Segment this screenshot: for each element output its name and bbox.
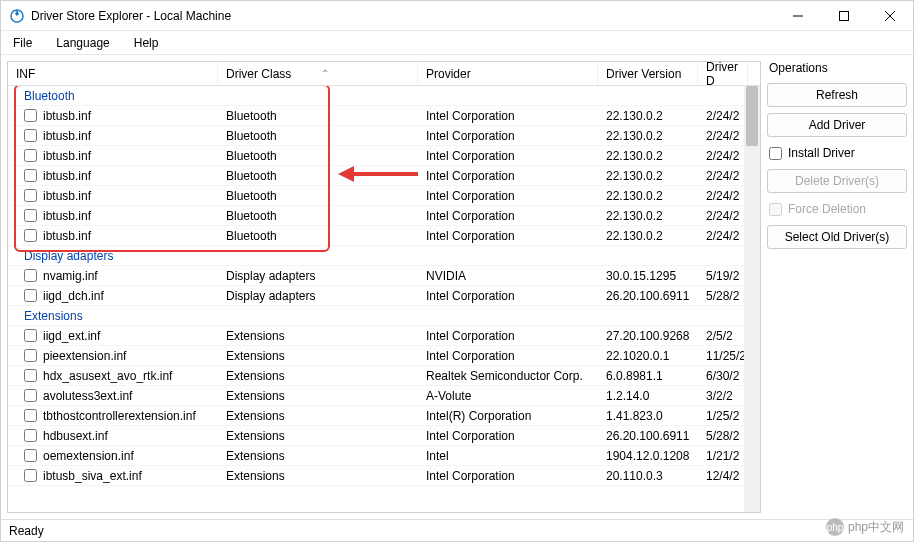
maximize-button[interactable] — [821, 1, 867, 30]
cell-date: 1/21/2 — [698, 449, 748, 463]
app-icon — [9, 8, 25, 24]
table-row[interactable]: ibtusb.infBluetoothIntel Corporation22.1… — [8, 126, 760, 146]
cell-inf: ibtusb.inf — [43, 229, 91, 243]
cell-version: 27.20.100.9268 — [598, 329, 698, 343]
scroll-thumb[interactable] — [746, 86, 758, 146]
cell-class: Extensions — [218, 349, 418, 363]
cell-inf: iigd_dch.inf — [43, 289, 104, 303]
delete-drivers-button[interactable]: Delete Driver(s) — [767, 169, 907, 193]
cell-inf: oemextension.inf — [43, 449, 134, 463]
cell-provider: Intel Corporation — [418, 129, 598, 143]
row-checkbox[interactable] — [24, 349, 37, 362]
cell-class: Display adapters — [218, 289, 418, 303]
row-checkbox[interactable] — [24, 329, 37, 342]
cell-provider: Intel Corporation — [418, 349, 598, 363]
column-inf[interactable]: INF — [8, 62, 218, 85]
row-checkbox[interactable] — [24, 229, 37, 242]
row-checkbox[interactable] — [24, 189, 37, 202]
row-checkbox[interactable] — [24, 149, 37, 162]
row-checkbox[interactable] — [24, 429, 37, 442]
cell-provider: A-Volute — [418, 389, 598, 403]
statusbar: Ready — [1, 519, 913, 541]
table-row[interactable]: tbthostcontrollerextension.infExtensions… — [8, 406, 760, 426]
install-driver-checkbox[interactable]: Install Driver — [767, 143, 907, 163]
cell-inf: pieextension.inf — [43, 349, 126, 363]
cell-provider: Intel Corporation — [418, 289, 598, 303]
cell-date: 2/24/2 — [698, 169, 748, 183]
row-checkbox[interactable] — [24, 209, 37, 222]
table-row[interactable]: ibtusb_siva_ext.infExtensionsIntel Corpo… — [8, 466, 760, 486]
cell-inf: hdx_asusext_avo_rtk.inf — [43, 369, 172, 383]
cell-version: 26.20.100.6911 — [598, 429, 698, 443]
column-driver-class[interactable]: Driver Class — [218, 62, 418, 85]
group-row[interactable]: Display adapters — [8, 246, 760, 266]
cell-version: 22.130.0.2 — [598, 229, 698, 243]
cell-class: Bluetooth — [218, 229, 418, 243]
row-checkbox[interactable] — [24, 409, 37, 422]
table-row[interactable]: avolutess3ext.infExtensionsA-Volute1.2.1… — [8, 386, 760, 406]
row-checkbox[interactable] — [24, 169, 37, 182]
cell-class: Extensions — [218, 449, 418, 463]
column-provider[interactable]: Provider — [418, 62, 598, 85]
table-row[interactable]: hdx_asusext_avo_rtk.infExtensionsRealtek… — [8, 366, 760, 386]
install-driver-check-input[interactable] — [769, 147, 782, 160]
cell-date: 2/24/2 — [698, 109, 748, 123]
table-row[interactable]: nvamig.infDisplay adaptersNVIDIA30.0.15.… — [8, 266, 760, 286]
add-driver-button[interactable]: Add Driver — [767, 113, 907, 137]
group-row[interactable]: Bluetooth — [8, 86, 760, 106]
menu-file[interactable]: File — [9, 34, 36, 52]
table-row[interactable]: ibtusb.infBluetoothIntel Corporation22.1… — [8, 106, 760, 126]
table-row[interactable]: ibtusb.infBluetoothIntel Corporation22.1… — [8, 226, 760, 246]
cell-inf: hdbusext.inf — [43, 429, 108, 443]
cell-inf: ibtusb.inf — [43, 149, 91, 163]
cell-date: 11/25/2 — [698, 349, 748, 363]
row-checkbox[interactable] — [24, 389, 37, 402]
vertical-scrollbar[interactable] — [744, 86, 760, 512]
minimize-button[interactable] — [775, 1, 821, 30]
table-row[interactable]: ibtusb.infBluetoothIntel Corporation22.1… — [8, 146, 760, 166]
table-row[interactable]: iigd_ext.infExtensionsIntel Corporation2… — [8, 326, 760, 346]
row-checkbox[interactable] — [24, 109, 37, 122]
row-checkbox[interactable] — [24, 469, 37, 482]
cell-inf: nvamig.inf — [43, 269, 98, 283]
cell-inf: ibtusb.inf — [43, 189, 91, 203]
menu-help[interactable]: Help — [130, 34, 163, 52]
close-button[interactable] — [867, 1, 913, 30]
row-checkbox[interactable] — [24, 369, 37, 382]
table-row[interactable]: hdbusext.infExtensionsIntel Corporation2… — [8, 426, 760, 446]
table-row[interactable]: iigd_dch.infDisplay adaptersIntel Corpor… — [8, 286, 760, 306]
cell-class: Bluetooth — [218, 149, 418, 163]
watermark-text: php中文网 — [848, 519, 904, 536]
row-checkbox[interactable] — [24, 289, 37, 302]
cell-provider: Intel Corporation — [418, 469, 598, 483]
titlebar[interactable]: Driver Store Explorer - Local Machine — [1, 1, 913, 31]
cell-inf: avolutess3ext.inf — [43, 389, 132, 403]
select-old-drivers-button[interactable]: Select Old Driver(s) — [767, 225, 907, 249]
cell-provider: Realtek Semiconductor Corp. — [418, 369, 598, 383]
menu-language[interactable]: Language — [52, 34, 113, 52]
table-row[interactable]: oemextension.infExtensionsIntel1904.12.0… — [8, 446, 760, 466]
table-row[interactable]: ibtusb.infBluetoothIntel Corporation22.1… — [8, 166, 760, 186]
cell-date: 2/24/2 — [698, 229, 748, 243]
row-checkbox[interactable] — [24, 129, 37, 142]
cell-date: 5/19/2 — [698, 269, 748, 283]
table-row[interactable]: pieextension.infExtensionsIntel Corporat… — [8, 346, 760, 366]
refresh-button[interactable]: Refresh — [767, 83, 907, 107]
operations-panel: Operations Refresh Add Driver Install Dr… — [767, 61, 907, 513]
status-text: Ready — [9, 524, 44, 538]
cell-date: 2/24/2 — [698, 209, 748, 223]
cell-version: 22.130.0.2 — [598, 129, 698, 143]
cell-provider: Intel Corporation — [418, 329, 598, 343]
group-row[interactable]: Extensions — [8, 306, 760, 326]
column-driver-version[interactable]: Driver Version — [598, 62, 698, 85]
cell-date: 12/4/2 — [698, 469, 748, 483]
content-area: INF Driver Class Provider Driver Version… — [1, 55, 913, 519]
grid-body[interactable]: Bluetoothibtusb.infBluetoothIntel Corpor… — [8, 86, 760, 512]
table-row[interactable]: ibtusb.infBluetoothIntel Corporation22.1… — [8, 186, 760, 206]
row-checkbox[interactable] — [24, 449, 37, 462]
cell-class: Bluetooth — [218, 209, 418, 223]
column-driver-date[interactable]: Driver D — [698, 62, 748, 85]
table-row[interactable]: ibtusb.infBluetoothIntel Corporation22.1… — [8, 206, 760, 226]
row-checkbox[interactable] — [24, 269, 37, 282]
cell-date: 2/24/2 — [698, 189, 748, 203]
